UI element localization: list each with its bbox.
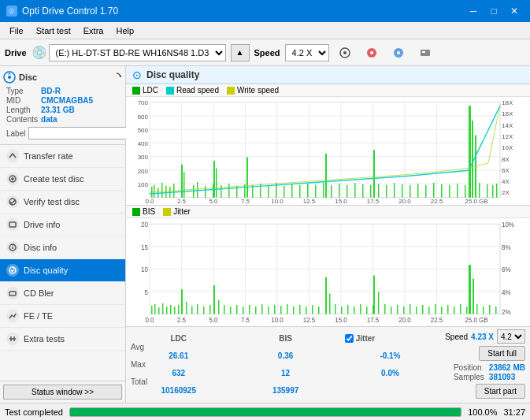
svg-text:12X: 12X <box>502 133 513 140</box>
svg-rect-214 <box>454 307 455 314</box>
svg-text:17.5: 17.5 <box>367 198 380 205</box>
svg-rect-105 <box>373 150 375 198</box>
svg-rect-80 <box>221 185 222 198</box>
maximize-button[interactable]: □ <box>484 3 503 19</box>
svg-rect-194 <box>335 304 336 314</box>
disc-quality-icon <box>6 264 19 277</box>
svg-rect-87 <box>268 185 269 198</box>
drive-icon-btn-2[interactable] <box>361 42 383 64</box>
legend-jitter: Jitter <box>163 207 191 216</box>
svg-rect-213 <box>447 305 449 314</box>
menu-extra[interactable]: Extra <box>77 24 110 37</box>
write-speed-color-box <box>227 87 235 95</box>
type-value: BD-R <box>41 87 119 95</box>
svg-text:10.0: 10.0 <box>271 317 284 324</box>
sidebar-item-disc-info[interactable]: Disc info <box>0 236 125 259</box>
svg-rect-72 <box>181 165 183 198</box>
svg-rect-108 <box>417 184 419 198</box>
svg-rect-160 <box>151 306 153 314</box>
drive-icon-btn-1[interactable] <box>334 42 356 64</box>
svg-rect-180 <box>249 305 250 314</box>
sidebar-item-label-disc-info: Disc info <box>24 243 57 252</box>
svg-rect-219 <box>476 304 478 314</box>
speed-select[interactable]: 4.2 X <box>285 44 329 61</box>
extra-tests-icon <box>6 333 19 345</box>
sidebar-item-cd-bler[interactable]: CD Bler <box>0 282 125 305</box>
svg-text:8X: 8X <box>502 156 510 163</box>
svg-rect-91 <box>299 185 301 198</box>
sidebar-item-disc-quality[interactable]: Disc quality <box>0 259 125 282</box>
svg-rect-121 <box>496 184 498 198</box>
disc-info-icon <box>6 241 19 254</box>
start-full-button[interactable]: Start full <box>479 346 525 361</box>
menu-file[interactable]: File <box>3 24 30 37</box>
svg-text:400: 400 <box>138 140 148 147</box>
svg-rect-181 <box>255 307 257 314</box>
speed-ctrl-value: 4.23 X <box>471 333 494 341</box>
status-window-button[interactable]: Status window >> <box>3 385 122 400</box>
bis-max-value: 12 <box>242 369 328 377</box>
svg-rect-220 <box>483 307 484 314</box>
svg-rect-119 <box>487 184 488 198</box>
svg-text:300: 300 <box>138 154 148 162</box>
sidebar-item-fe-te[interactable]: FE / TE <box>0 305 125 328</box>
svg-rect-201 <box>373 276 375 314</box>
disc-section: Disc Type BD-R MID CMCMAGBA5 Length 23.3… <box>0 66 125 145</box>
label-input[interactable] <box>28 127 133 139</box>
svg-rect-203 <box>384 304 386 314</box>
svg-text:22.5: 22.5 <box>431 317 443 324</box>
menu-help[interactable]: Help <box>109 24 140 37</box>
window-controls[interactable]: ─ □ ✕ <box>464 3 524 19</box>
drive-icon-btn-3[interactable] <box>387 42 410 64</box>
svg-rect-177 <box>230 307 232 314</box>
svg-text:5.0: 5.0 <box>209 198 217 205</box>
svg-rect-110 <box>433 183 435 198</box>
svg-text:22.5: 22.5 <box>431 198 443 205</box>
close-button[interactable]: ✕ <box>505 3 524 19</box>
svg-rect-212 <box>441 307 443 314</box>
start-part-button[interactable]: Start part <box>476 384 525 399</box>
svg-rect-99 <box>354 183 356 198</box>
svg-rect-215 <box>460 304 461 314</box>
stats-row-1: LDC BIS Jitter Avg 26.61 0.36 -0.1% Ma <box>131 329 525 399</box>
svg-rect-81 <box>228 184 230 198</box>
svg-rect-94 <box>323 183 324 198</box>
mid-value: CMCMAGBA5 <box>41 96 119 105</box>
svg-text:12.5: 12.5 <box>303 198 316 205</box>
write-speed-legend-label: Write speed <box>237 86 279 95</box>
svg-rect-109 <box>425 185 427 198</box>
position-label: Position <box>454 363 484 372</box>
svg-text:7.5: 7.5 <box>241 198 250 205</box>
sidebar-item-verify-test-disc[interactable]: Verify test disc <box>0 191 125 214</box>
svg-rect-173 <box>209 305 211 314</box>
disc-refresh-icon[interactable] <box>111 72 122 83</box>
jitter-checkbox[interactable] <box>345 334 354 343</box>
drive-icon-btn-4[interactable] <box>414 42 436 64</box>
sidebar-item-create-test-disc[interactable]: Create test disc <box>0 168 125 191</box>
contents-value: data <box>41 115 119 124</box>
svg-rect-18 <box>150 102 500 198</box>
sidebar-item-transfer-rate[interactable]: Transfer rate <box>0 145 125 168</box>
bis-legend-label: BIS <box>143 207 155 216</box>
svg-point-9 <box>8 76 11 79</box>
drive-select[interactable]: (E:) HL-DT-ST BD-RE WH16NS48 1.D3 <box>49 44 226 61</box>
legend-read-speed: Read speed <box>166 86 219 95</box>
menu-starttest[interactable]: Start test <box>30 24 77 37</box>
eject-button[interactable]: ▲ <box>231 44 250 61</box>
minimize-button[interactable]: ─ <box>464 3 483 19</box>
svg-rect-162 <box>158 307 160 314</box>
svg-rect-205 <box>397 305 398 314</box>
sidebar-item-drive-info[interactable]: Drive info <box>0 214 125 236</box>
svg-rect-93 <box>315 185 317 198</box>
avg-row-bis-label <box>242 343 328 351</box>
sidebar-item-extra-tests[interactable]: Extra tests <box>0 328 125 351</box>
avg-row-jitter-label <box>345 343 435 351</box>
bottom-chart-container: BIS Jitter <box>126 206 530 326</box>
svg-text:2.5: 2.5 <box>177 198 186 205</box>
svg-rect-209 <box>422 305 424 314</box>
titlebar: ⊙ Opti Drive Control 1.70 ─ □ ✕ <box>0 0 530 22</box>
svg-rect-189 <box>306 307 307 314</box>
speed-dropdown[interactable]: 4.2 <box>497 329 525 344</box>
svg-rect-210 <box>428 307 430 314</box>
svg-rect-76 <box>205 186 206 198</box>
